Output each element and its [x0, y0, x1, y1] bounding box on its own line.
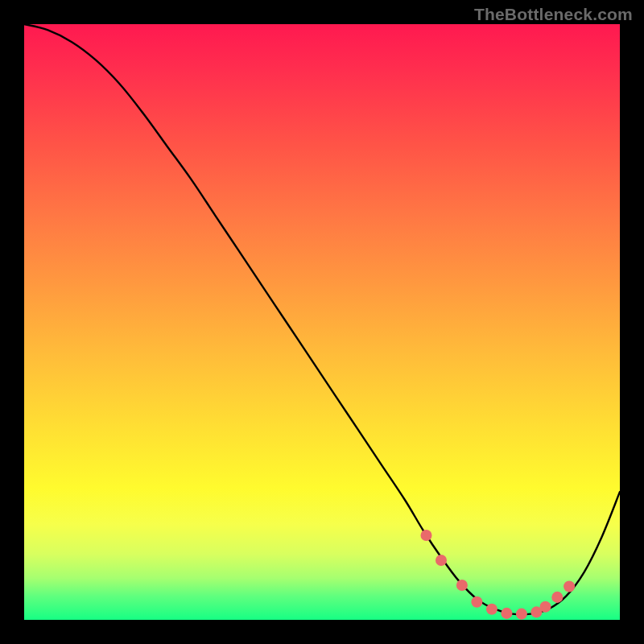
chart-frame: TheBottleneck.com — [0, 0, 644, 644]
marker-dot — [564, 581, 575, 592]
marker-dot — [501, 608, 512, 619]
marker-dot — [456, 580, 468, 591]
curve-line — [24, 24, 620, 614]
marker-dot — [420, 530, 431, 541]
marker-dot — [471, 597, 482, 608]
marker-dot — [436, 555, 447, 566]
plot-area — [24, 24, 620, 620]
marker-dot — [539, 601, 551, 613]
chart-svg — [24, 24, 620, 620]
watermark-text: TheBottleneck.com — [474, 5, 633, 24]
marker-dot — [516, 609, 527, 620]
marker-dot — [486, 604, 497, 615]
marker-dot — [551, 592, 563, 603]
curve-markers — [420, 530, 575, 620]
